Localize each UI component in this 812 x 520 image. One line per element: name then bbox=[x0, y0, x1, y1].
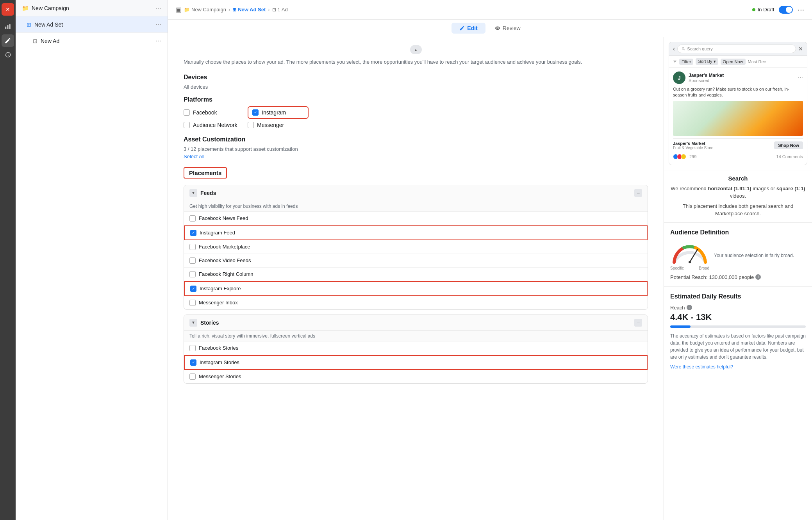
stories-section-desc: Tell a rich, visual story with immersive… bbox=[184, 331, 648, 341]
placement-facebook-marketplace[interactable]: Facebook Marketplace bbox=[184, 240, 648, 254]
gauge-center-dot bbox=[689, 261, 691, 263]
preview-ad-text: Out on a grocery run? Make sure to stock… bbox=[673, 86, 803, 98]
review-tab[interactable]: Review bbox=[487, 23, 528, 34]
preview-store-logo: J bbox=[673, 71, 685, 84]
facebook-right-column-checkbox[interactable] bbox=[189, 271, 196, 277]
breadcrumb-ad[interactable]: ⊡ 1 Ad bbox=[272, 7, 288, 13]
preview-sort-btn[interactable]: Sort By ▾ bbox=[696, 58, 718, 65]
stories-collapse-btn[interactable]: ▼ bbox=[189, 319, 197, 327]
messenger-stories-checkbox[interactable] bbox=[189, 373, 196, 380]
facebook-news-feed-checkbox[interactable] bbox=[189, 215, 196, 222]
breadcrumb-ad-icon: ⊡ bbox=[272, 7, 276, 13]
sidebar-toggle-icon[interactable]: ▣ bbox=[176, 6, 182, 13]
campaign-label: New Campaign bbox=[32, 5, 69, 11]
platform-facebook[interactable]: Facebook bbox=[184, 106, 244, 119]
instagram-feed-checkbox[interactable]: ✓ bbox=[190, 230, 196, 236]
campaign-more-dots[interactable]: ··· bbox=[155, 4, 161, 12]
devices-heading: Devices bbox=[184, 74, 648, 81]
preview-store-footer: Jasper's Market Fruit & Vegetable Store bbox=[673, 141, 713, 150]
facebook-marketplace-checkbox[interactable] bbox=[189, 244, 196, 250]
preview-filter-btn[interactable]: Filter bbox=[679, 59, 693, 65]
preview-most-rec: Most Rec bbox=[748, 59, 766, 64]
feeds-collapse-btn[interactable]: ▼ bbox=[189, 189, 197, 197]
preview-store-name: Jasper's Market bbox=[689, 73, 724, 78]
preview-back-icon[interactable]: ‹ bbox=[673, 45, 675, 52]
preview-ad-image bbox=[673, 101, 803, 136]
platforms-grid: Facebook ✓ Instagram Audience Network Me… bbox=[184, 106, 309, 128]
breadcrumb-sep-1: › bbox=[228, 7, 230, 13]
pencil-icon bbox=[4, 37, 11, 44]
preview-store-header: J Jasper's Market Sponsored ··· bbox=[673, 71, 803, 84]
placement-instagram-stories[interactable]: ✓ Instagram Stories bbox=[184, 355, 648, 370]
platform-instagram[interactable]: ✓ Instagram bbox=[248, 106, 309, 119]
ad-square-icon: ⊡ bbox=[33, 38, 37, 44]
messenger-checkbox[interactable] bbox=[248, 122, 254, 128]
close-button[interactable]: ✕ bbox=[2, 3, 14, 16]
facebook-marketplace-label: Facebook Marketplace bbox=[199, 244, 642, 250]
campaign-folder-icon: 📁 bbox=[22, 5, 29, 11]
draft-status: In Draft bbox=[752, 7, 775, 13]
facebook-stories-checkbox[interactable] bbox=[189, 345, 196, 351]
form-intro-text: Manually choose the places to show your … bbox=[184, 58, 648, 66]
topbar-more-button[interactable]: ··· bbox=[798, 5, 804, 14]
stories-section-title: Stories bbox=[200, 320, 631, 326]
instagram-explore-checkbox[interactable]: ✓ bbox=[190, 286, 196, 292]
reach-info-icon[interactable]: i bbox=[687, 305, 692, 310]
reaction-dots bbox=[673, 154, 686, 159]
breadcrumb-adset-icon: ⊞ bbox=[232, 7, 236, 13]
audience-gauge bbox=[670, 241, 709, 264]
placement-instagram-explore[interactable]: ✓ Instagram Explore bbox=[184, 281, 648, 296]
preview-shop-now-btn[interactable]: Shop Now bbox=[774, 141, 803, 149]
platform-messenger[interactable]: Messenger bbox=[248, 122, 309, 128]
edit-icon-btn[interactable] bbox=[2, 34, 14, 47]
placement-messenger-inbox[interactable]: Messenger Inbox bbox=[184, 296, 648, 309]
preview-reactions: 299 14 Comments bbox=[673, 152, 803, 161]
breadcrumb-adset[interactable]: ⊞ New Ad Set bbox=[232, 7, 266, 13]
placements-header: Placements bbox=[184, 167, 227, 179]
adset-tree-item[interactable]: ⊞ New Ad Set ··· bbox=[16, 16, 168, 33]
edit-tab-icon bbox=[459, 25, 465, 31]
adset-more-dots[interactable]: ··· bbox=[155, 20, 161, 29]
stories-minus-btn[interactable]: − bbox=[634, 319, 642, 327]
select-all-link[interactable]: Select All bbox=[184, 154, 204, 159]
ad-tree-item[interactable]: ⊡ New Ad ··· bbox=[16, 33, 168, 49]
placement-facebook-stories[interactable]: Facebook Stories bbox=[184, 341, 648, 355]
potential-reach-info-icon[interactable]: i bbox=[755, 274, 761, 280]
potential-reach-value: 130,000,000 people bbox=[709, 274, 754, 280]
instagram-label: Instagram bbox=[262, 109, 286, 116]
placement-facebook-right-column[interactable]: Facebook Right Column bbox=[184, 268, 648, 281]
preview-close-icon[interactable]: ✕ bbox=[798, 46, 803, 52]
estimates-helpful-link[interactable]: Were these estimates helpful? bbox=[670, 364, 733, 370]
facebook-checkbox[interactable] bbox=[184, 109, 190, 116]
feeds-minus-btn[interactable]: − bbox=[634, 189, 642, 197]
feeds-section-header: ▼ Feeds − bbox=[184, 185, 648, 201]
preview-store-more-dots[interactable]: ··· bbox=[798, 74, 803, 81]
platform-audience-network[interactable]: Audience Network bbox=[184, 122, 244, 128]
placement-messenger-stories[interactable]: Messenger Stories bbox=[184, 370, 648, 383]
scroll-up-indicator[interactable]: ▲ bbox=[184, 45, 648, 54]
campaign-tree-item[interactable]: 📁 New Campaign ··· bbox=[16, 0, 168, 16]
facebook-video-feeds-checkbox[interactable] bbox=[189, 257, 196, 264]
preview-footer-name: Jasper's Market bbox=[673, 141, 713, 146]
preview-search-input[interactable]: Search query bbox=[677, 45, 796, 53]
audience-network-checkbox[interactable] bbox=[184, 122, 190, 128]
edit-tab[interactable]: Edit bbox=[452, 23, 485, 34]
feeds-placement-section: ▼ Feeds − Get high visibility for your b… bbox=[184, 185, 648, 310]
ad-more-dots[interactable]: ··· bbox=[155, 37, 161, 45]
preview-search-icon bbox=[682, 47, 685, 51]
messenger-inbox-checkbox[interactable] bbox=[189, 300, 196, 306]
stories-placement-section: ▼ Stories − Tell a rich, visual story wi… bbox=[184, 315, 648, 384]
breadcrumb-campaign[interactable]: 📁 New Campaign bbox=[184, 7, 226, 13]
placement-facebook-news-feed[interactable]: Facebook News Feed bbox=[184, 212, 648, 225]
placement-facebook-video-feeds[interactable]: Facebook Video Feeds bbox=[184, 254, 648, 268]
chart-icon-btn[interactable] bbox=[2, 20, 14, 33]
preview-open-now-btn[interactable]: Open Now bbox=[721, 59, 746, 65]
haha-reaction-dot bbox=[681, 154, 686, 159]
instagram-checkbox[interactable]: ✓ bbox=[252, 109, 259, 116]
placement-instagram-feed[interactable]: ✓ Instagram Feed bbox=[184, 225, 648, 240]
audience-def-title: Audience Definition bbox=[670, 229, 806, 236]
instagram-stories-checkbox[interactable]: ✓ bbox=[190, 359, 196, 366]
draft-toggle[interactable] bbox=[779, 6, 793, 14]
instagram-feed-label: Instagram Feed bbox=[200, 230, 641, 236]
history-icon-btn[interactable] bbox=[2, 48, 14, 61]
